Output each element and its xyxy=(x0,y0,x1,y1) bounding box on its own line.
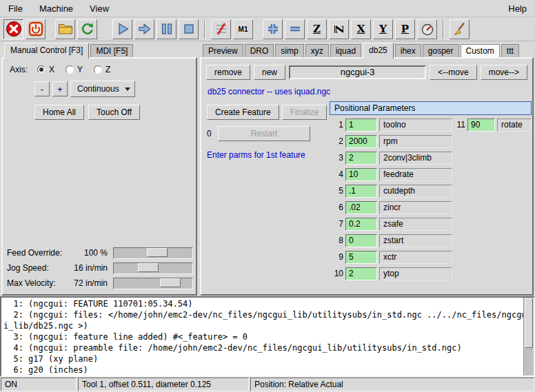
slider-thumb[interactable] xyxy=(160,278,181,287)
view-perspective-button[interactable]: P xyxy=(395,19,415,39)
param-name-label: feedrate xyxy=(379,168,452,181)
run-button[interactable] xyxy=(112,19,132,39)
max-velocity-value: 72 in/min xyxy=(68,278,113,288)
param-number: 4 xyxy=(330,169,343,179)
log-scrollbar[interactable] xyxy=(523,298,534,375)
finalize-button[interactable]: Finalize xyxy=(282,105,327,120)
touch-off-button[interactable]: Touch Off xyxy=(88,105,140,120)
view-front-button[interactable]: X xyxy=(351,19,371,39)
tab-simp[interactable]: simp xyxy=(275,44,303,57)
param-number: 8 xyxy=(330,236,343,245)
new-button[interactable]: new xyxy=(254,65,285,80)
menu-machine[interactable]: Machine xyxy=(38,2,74,15)
tab-ihex[interactable]: ihex xyxy=(395,44,421,57)
param-value-entry[interactable]: 2 xyxy=(345,267,377,280)
log-line: 1: (ngcgui: FEATURE 110701:05.34.54) xyxy=(3,298,521,309)
param-value-entry[interactable]: .02 xyxy=(345,201,377,214)
tab-manual-control-f3[interactable]: Manual Control [F3] xyxy=(4,43,89,59)
tab-name-entry[interactable]: ngcgui-3 xyxy=(289,65,426,79)
param-value-entry[interactable]: 0.2 xyxy=(345,218,377,231)
view-top-rotated-z-icon: Z xyxy=(334,25,344,33)
param-value-entry[interactable]: 1 xyxy=(345,118,377,132)
gcode-log-area[interactable]: 1: (ngcgui: FEATURE 110701:05.34.54) 2: … xyxy=(0,296,535,377)
max-velocity-slider[interactable] xyxy=(113,278,193,289)
log-line: 2: (ngcgui: files: </home/john/emc2-dev/… xyxy=(3,309,521,320)
zoom-in-button[interactable] xyxy=(263,19,283,39)
tab-gosper[interactable]: gosper xyxy=(423,44,459,57)
slider-thumb[interactable] xyxy=(147,248,168,257)
param-value-entry[interactable]: 90 xyxy=(467,118,495,132)
toolbar-separator xyxy=(443,20,444,39)
param-name-label: zsafe xyxy=(379,218,452,231)
jog-mode-dropdown[interactable]: Continuous xyxy=(70,81,135,97)
feature-column: Create Feature Finalize 0 Restart Enter … xyxy=(207,101,323,282)
log-scrollbar-thumb[interactable] xyxy=(525,298,533,348)
estop-button[interactable] xyxy=(3,19,23,39)
tab-xyz[interactable]: xyz xyxy=(305,44,329,57)
param-number: 5 xyxy=(330,186,343,196)
slider-thumb[interactable] xyxy=(138,263,159,272)
zoom-in-icon xyxy=(265,21,281,37)
param-value-entry[interactable]: 5 xyxy=(345,251,377,264)
feed-override-slider[interactable] xyxy=(113,247,193,259)
param-name-label: 2conv|3climb xyxy=(379,152,452,165)
param-value-entry[interactable]: 10 xyxy=(345,168,377,181)
param-value-entry[interactable]: 2 xyxy=(345,152,377,165)
rotate-view-button[interactable] xyxy=(417,19,437,39)
param-name-label: toolno xyxy=(379,118,452,132)
parameters-column: Positional Parameters 11toolno1190rotate… xyxy=(330,101,532,282)
optional-stop-button[interactable]: M1 xyxy=(233,19,253,39)
axis-radio-z[interactable]: Z xyxy=(94,65,110,74)
tab-mdi-f5[interactable]: MDI [F5] xyxy=(90,44,133,57)
param-number: 2 xyxy=(330,136,343,146)
stop-button[interactable] xyxy=(179,19,199,39)
subfile-description: db25 connector -- uses iquad.ngc xyxy=(201,83,532,99)
machine-power-button[interactable] xyxy=(26,19,46,39)
tab-dro[interactable]: DRO xyxy=(245,44,274,57)
tab-iquad[interactable]: iquad xyxy=(330,44,361,57)
tab-preview[interactable]: Preview xyxy=(203,44,243,57)
view-side-button[interactable]: Y xyxy=(373,19,393,39)
param-row: 322conv|3climb xyxy=(330,149,532,166)
tool-info-status: Tool 1, offset 0.511, diameter 0.125 xyxy=(78,378,249,391)
max-velocity-row: Max Velocity: 72 in/min xyxy=(3,276,196,291)
restart-button[interactable]: Restart xyxy=(218,126,310,141)
param-number: 1 xyxy=(330,120,343,130)
jog-speed-slider[interactable] xyxy=(113,262,193,274)
jog-speed-value: 16 in/min xyxy=(68,263,113,273)
tab-custom[interactable]: Custom xyxy=(461,44,500,57)
tab-db25[interactable]: db25 xyxy=(363,43,394,59)
reload-icon xyxy=(79,21,96,37)
view-top-button[interactable]: Z xyxy=(307,19,327,39)
clear-plot-button[interactable] xyxy=(450,19,470,39)
param-number: 10 xyxy=(330,269,343,278)
menu-file[interactable]: File xyxy=(7,2,24,15)
home-all-button[interactable]: Home All xyxy=(34,105,84,120)
restart-row: 0 Restart xyxy=(207,126,323,141)
menu-help[interactable]: Help xyxy=(507,2,528,15)
pause-button[interactable] xyxy=(157,19,176,39)
param-value-entry[interactable]: .1 xyxy=(345,185,377,198)
move-left-button[interactable]: <--move xyxy=(430,65,476,80)
zoom-out-button[interactable] xyxy=(285,19,305,39)
view-top-rotated-button[interactable]: Z xyxy=(329,19,349,39)
jog-row: - + Continuous xyxy=(3,77,196,100)
param-row: 95xctr xyxy=(330,249,532,265)
reload-button[interactable] xyxy=(77,19,97,39)
menubar: File Machine View Help xyxy=(0,0,535,17)
block-delete-button[interactable] xyxy=(211,19,231,39)
open-file-button[interactable] xyxy=(55,19,75,39)
move-right-button[interactable]: move--> xyxy=(481,65,527,80)
axis-radio-y[interactable]: Y xyxy=(65,65,83,74)
axis-radio-x[interactable]: X xyxy=(37,65,54,74)
jog-minus-button[interactable]: - xyxy=(34,81,50,96)
create-feature-button[interactable]: Create Feature xyxy=(207,105,279,120)
param-value-entry[interactable]: 2000 xyxy=(345,135,377,148)
param-value-entry[interactable]: 0 xyxy=(345,234,377,247)
tab-ttt[interactable]: ttt xyxy=(501,44,519,57)
remove-button[interactable]: remove xyxy=(206,65,250,80)
jog-plus-button[interactable]: + xyxy=(52,81,68,96)
param-number: 7 xyxy=(330,219,343,229)
step-button[interactable] xyxy=(134,19,154,39)
menu-view[interactable]: View xyxy=(88,2,110,15)
